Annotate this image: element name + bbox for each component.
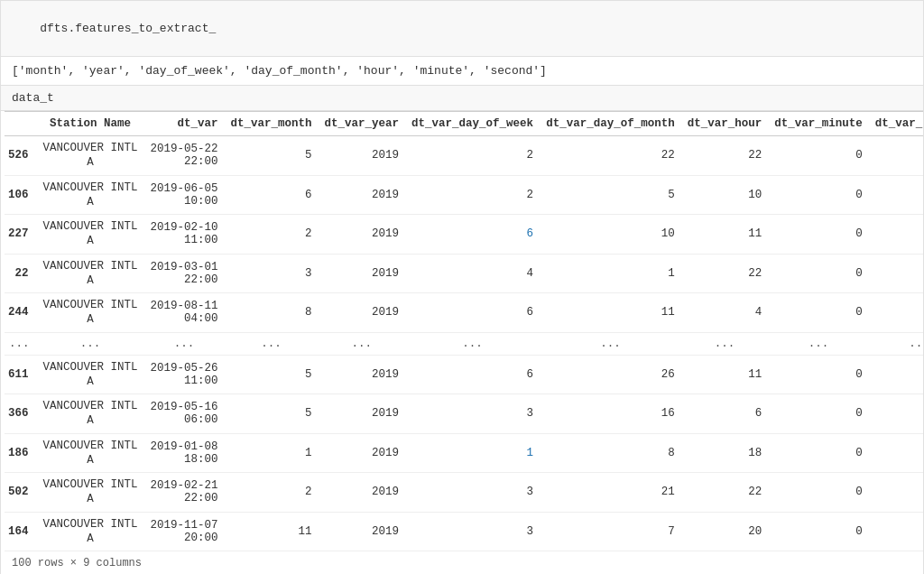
td-dt-var: 2019-05-2611:00: [147, 355, 227, 394]
td-month: 2: [227, 215, 321, 255]
td-ellipsis: ...: [321, 332, 409, 355]
td-hour: 18: [684, 433, 772, 473]
td-minute: 0: [771, 136, 872, 176]
td-year: 2019: [321, 355, 409, 394]
td-month: 8: [227, 293, 321, 333]
th-dt-var: dt_var: [147, 112, 227, 136]
td-month: 6: [227, 175, 321, 215]
td-index: 366: [5, 394, 40, 434]
th-dt-var-second: dt_var_second: [872, 112, 923, 136]
td-year: 2019: [321, 215, 409, 255]
td-ellipsis: ...: [872, 332, 923, 355]
th-dt-var-month: dt_var_month: [227, 112, 321, 136]
features-list-output: ['month', 'year', 'day_of_week', 'day_of…: [12, 64, 547, 78]
table-body: 526VANCOUVER INTLA2019-05-2222:005201922…: [5, 136, 923, 551]
td-second: 0: [872, 136, 923, 176]
td-second: 0: [872, 473, 923, 513]
td-ellipsis: ...: [227, 332, 321, 355]
td-dow: 6: [408, 293, 542, 333]
td-minute: 0: [771, 293, 872, 333]
table-footer: 100 rows × 9 columns: [1, 551, 923, 574]
td-index: 186: [5, 433, 40, 473]
td-dt-var: 2019-05-1606:00: [147, 394, 227, 434]
table-row: 22VANCOUVER INTLA2019-03-0122:0032019412…: [5, 254, 923, 293]
td-dt-var: 2019-01-0818:00: [147, 433, 227, 473]
td-dow: 4: [408, 254, 542, 293]
td-second: 0: [872, 394, 923, 434]
td-year: 2019: [321, 433, 409, 473]
td-dt-var: 2019-08-1104:00: [147, 293, 227, 333]
td-dow: 2: [408, 175, 542, 215]
td-ellipsis: ...: [5, 332, 40, 355]
td-index: 106: [5, 175, 40, 215]
td-station: VANCOUVER INTLA: [40, 394, 147, 434]
td-minute: 0: [771, 512, 872, 551]
data-table: Station Name dt_var dt_var_month dt_var_…: [5, 111, 923, 551]
td-dom: 8: [542, 433, 684, 473]
td-second: 0: [872, 175, 923, 215]
td-dow: 1: [408, 433, 542, 473]
td-index: 526: [5, 136, 40, 176]
td-station: VANCOUVER INTLA: [40, 175, 147, 215]
td-second: 0: [872, 293, 923, 333]
th-index: [5, 112, 40, 136]
table-header-row: Station Name dt_var dt_var_month dt_var_…: [5, 112, 923, 136]
td-second: 0: [872, 355, 923, 394]
td-dt-var: 2019-06-0510:00: [147, 175, 227, 215]
table-row: 186VANCOUVER INTLA2019-01-0818:001201918…: [5, 433, 923, 473]
td-ellipsis: ...: [147, 332, 227, 355]
td-second: 0: [872, 433, 923, 473]
table-row: 502VANCOUVER INTLA2019-02-2122:002201932…: [5, 473, 923, 513]
td-dow: 6: [408, 355, 542, 394]
td-year: 2019: [321, 473, 409, 513]
td-month: 1: [227, 433, 321, 473]
table-row: 366VANCOUVER INTLA2019-05-1606:005201931…: [5, 394, 923, 434]
td-dt-var: 2019-03-0122:00: [147, 254, 227, 293]
td-ellipsis: ...: [408, 332, 542, 355]
code-output-1: ['month', 'year', 'day_of_week', 'day_of…: [1, 57, 923, 85]
td-dom: 11: [542, 293, 684, 333]
td-month: 5: [227, 136, 321, 176]
td-ellipsis: ...: [40, 332, 147, 355]
td-dom: 26: [542, 355, 684, 394]
td-minute: 0: [771, 355, 872, 394]
table-row: 106VANCOUVER INTLA2019-06-0510:006201925…: [5, 175, 923, 215]
td-dow: 3: [408, 473, 542, 513]
td-hour: 6: [684, 394, 772, 434]
td-hour: 20: [684, 512, 772, 551]
td-dt-var: 2019-02-2122:00: [147, 473, 227, 513]
td-dt-var: 2019-11-0720:00: [147, 512, 227, 551]
td-hour: 11: [684, 215, 772, 255]
td-ellipsis: ...: [542, 332, 684, 355]
td-index: 502: [5, 473, 40, 513]
td-index: 611: [5, 355, 40, 394]
td-station: VANCOUVER INTLA: [40, 473, 147, 513]
td-station: VANCOUVER INTLA: [40, 355, 147, 394]
td-dow: 2: [408, 136, 542, 176]
td-year: 2019: [321, 254, 409, 293]
th-station: Station Name: [40, 112, 147, 136]
code-text-1: dfts.features_to_extract_: [40, 22, 216, 35]
td-hour: 22: [684, 473, 772, 513]
td-station: VANCOUVER INTLA: [40, 215, 147, 255]
td-station: VANCOUVER INTLA: [40, 293, 147, 333]
td-station: VANCOUVER INTLA: [40, 136, 147, 176]
td-hour: 4: [684, 293, 772, 333]
td-station: VANCOUVER INTLA: [40, 433, 147, 473]
table-row: 227VANCOUVER INTLA2019-02-1011:002201961…: [5, 215, 923, 255]
data-table-container: Station Name dt_var dt_var_month dt_var_…: [1, 111, 923, 551]
td-minute: 0: [771, 215, 872, 255]
td-station: VANCOUVER INTLA: [40, 254, 147, 293]
th-dt-var-dow: dt_var_day_of_week: [408, 112, 542, 136]
td-month: 5: [227, 394, 321, 434]
td-year: 2019: [321, 175, 409, 215]
td-year: 2019: [321, 512, 409, 551]
table-row: 611VANCOUVER INTLA2019-05-2611:005201962…: [5, 355, 923, 394]
td-index: 22: [5, 254, 40, 293]
td-dom: 10: [542, 215, 684, 255]
table-row: ..............................: [5, 332, 923, 355]
td-ellipsis: ...: [771, 332, 872, 355]
td-minute: 0: [771, 473, 872, 513]
td-dow: 3: [408, 394, 542, 434]
td-ellipsis: ...: [684, 332, 772, 355]
